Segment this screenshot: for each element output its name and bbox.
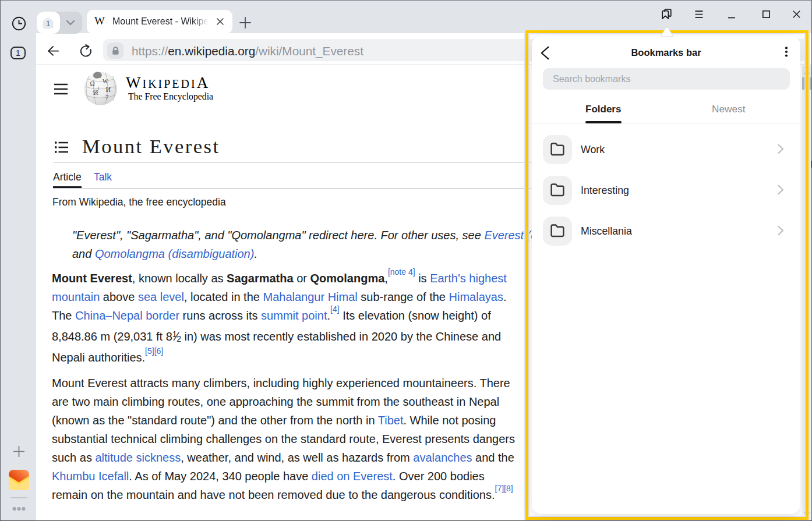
svg-text:7: 7 bbox=[105, 94, 109, 101]
svg-text:ا: ا bbox=[98, 86, 99, 91]
svg-text:И: И bbox=[106, 86, 111, 94]
svg-text:W: W bbox=[103, 79, 108, 84]
svg-text:1: 1 bbox=[46, 19, 50, 28]
svg-text:Ω: Ω bbox=[90, 80, 95, 87]
